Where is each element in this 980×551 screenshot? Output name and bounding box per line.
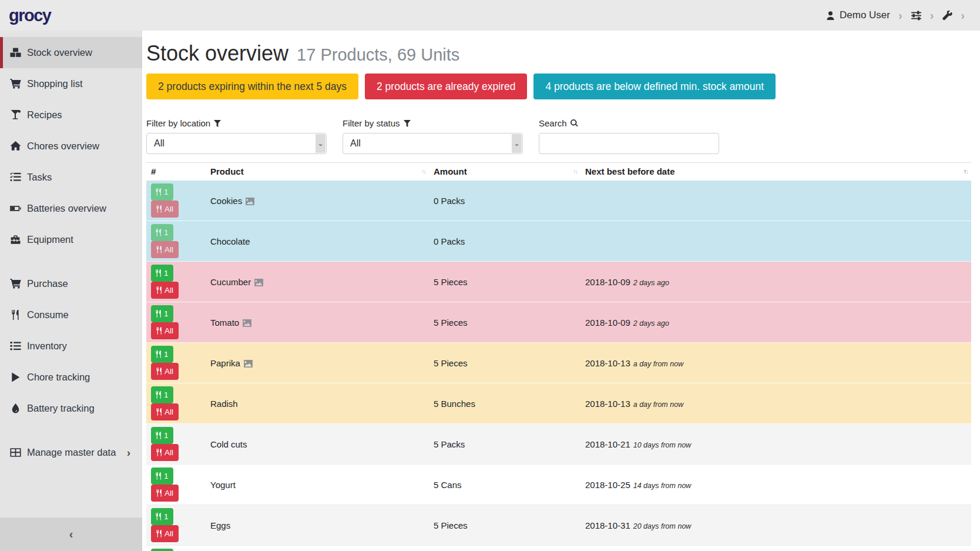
below-min-stock-alert-button[interactable]: 4 products are below defined min. stock … bbox=[533, 74, 776, 99]
table-row: 1 All Yogurt 5 Cans 2018-10-2514 days fr… bbox=[146, 465, 971, 505]
product-name: Paprika bbox=[210, 358, 240, 368]
stock-table: # Product ↑↓ Amount ↑↓ Next best before … bbox=[146, 162, 971, 551]
utensils-icon bbox=[156, 269, 162, 277]
battery-icon bbox=[10, 203, 21, 213]
sidebar-item-recipes[interactable]: Recipes bbox=[0, 99, 142, 131]
chevron-right-icon: › bbox=[127, 446, 130, 459]
consume-one-button[interactable]: 1 bbox=[151, 386, 173, 403]
sidebar-item-tasks[interactable]: Tasks bbox=[0, 162, 142, 193]
product-name: Cookies bbox=[210, 196, 242, 206]
date-relative: 2 days ago bbox=[633, 279, 669, 287]
consume-one-button[interactable]: 1 bbox=[151, 508, 173, 525]
consume-one-button[interactable]: 1 bbox=[151, 224, 173, 241]
date-relative: a day from now bbox=[633, 400, 683, 409]
topbar-right: Demo User › › › bbox=[825, 9, 967, 21]
column-header-product[interactable]: Product ↑↓ bbox=[206, 163, 429, 181]
sort-icon: ↑↓ bbox=[573, 168, 577, 175]
product-image-icon bbox=[246, 198, 254, 205]
utensils-icon bbox=[156, 513, 162, 520]
consume-all-button[interactable]: All bbox=[151, 322, 179, 339]
main-content: Stock overview 17 Products, 69 Units 2 p… bbox=[142, 31, 980, 551]
sidebar-nav: Stock overview Shopping list Recipes Cho… bbox=[0, 31, 142, 468]
consume-all-button[interactable]: All bbox=[151, 525, 179, 542]
filters-row: Filter by location All ⌄ Filter by statu… bbox=[146, 118, 971, 154]
consume-all-button[interactable]: All bbox=[151, 444, 179, 461]
amount-value: 5 Pieces bbox=[434, 318, 468, 328]
consume-all-button[interactable]: All bbox=[151, 201, 179, 218]
consume-one-button[interactable]: 1 bbox=[151, 265, 173, 282]
product-name: Yogurt bbox=[210, 480, 236, 490]
home-icon bbox=[10, 141, 21, 151]
cocktail-glass-icon bbox=[10, 110, 21, 120]
consume-all-button[interactable]: All bbox=[151, 403, 179, 420]
sidebar-item-equipment[interactable]: Equipment bbox=[0, 224, 142, 255]
sidebar-item-chore-tracking[interactable]: Chore tracking bbox=[0, 362, 142, 393]
utensils-icon bbox=[156, 205, 162, 213]
user-icon bbox=[825, 11, 835, 21]
droplet-icon bbox=[10, 403, 21, 413]
date-relative: 14 days from now bbox=[633, 482, 692, 490]
column-header-amount[interactable]: Amount ↑↓ bbox=[429, 163, 580, 181]
amount-value: 0 Packs bbox=[434, 196, 465, 206]
expiring-alert-button[interactable]: 2 products expiring within the next 5 da… bbox=[146, 74, 358, 99]
search-label: Search bbox=[539, 118, 719, 128]
filter-status-select[interactable]: All ⌄ bbox=[343, 133, 523, 154]
table-row: 1 All Radish 5 Bunches 2018-10-13a day f… bbox=[146, 383, 971, 424]
utensils-icon bbox=[156, 408, 162, 416]
consume-one-button[interactable]: 1 bbox=[151, 183, 173, 201]
page-subtitle: 17 Products, 69 Units bbox=[297, 45, 459, 65]
column-header-number: # bbox=[146, 163, 206, 181]
best-before-date: 2018-10-13 bbox=[585, 399, 630, 409]
amount-value: 5 Pieces bbox=[434, 520, 468, 530]
sidebar-item-manage-master-data[interactable]: Manage master data › bbox=[0, 437, 142, 468]
shopping-cart-icon bbox=[10, 279, 21, 289]
sidebar-item-batteries-overview[interactable]: Batteries overview bbox=[0, 193, 142, 224]
consume-all-button[interactable]: All bbox=[151, 241, 179, 258]
utensils-icon bbox=[156, 350, 162, 358]
best-before-date: 2018-10-31 bbox=[585, 520, 630, 530]
column-header-best-before[interactable]: Next best before date ↑↓ bbox=[580, 163, 971, 181]
utensils-icon bbox=[156, 489, 162, 497]
sidebar-item-label: Manage master data bbox=[27, 447, 116, 458]
expired-alert-button[interactable]: 2 products are already expired bbox=[365, 74, 527, 99]
table-row: 1 All Eggs 5 Pieces 2018-10-3120 days fr… bbox=[146, 505, 971, 546]
consume-one-button[interactable]: 1 bbox=[151, 346, 173, 363]
filter-status-label: Filter by status bbox=[343, 118, 523, 128]
sidebar-item-purchase[interactable]: Purchase bbox=[0, 268, 142, 299]
sidebar-collapse-button[interactable]: ‹ bbox=[0, 517, 142, 551]
sidebar-item-stock-overview[interactable]: Stock overview bbox=[0, 37, 142, 68]
admin-menu[interactable] bbox=[942, 11, 952, 21]
consume-all-button[interactable]: All bbox=[151, 363, 179, 380]
consume-all-button[interactable]: All bbox=[151, 282, 179, 299]
settings-menu[interactable] bbox=[911, 11, 922, 21]
sidebar-item-label: Batteries overview bbox=[27, 203, 106, 214]
consume-one-button[interactable]: 1 bbox=[151, 305, 173, 322]
consume-one-button[interactable]: 1 bbox=[151, 467, 173, 485]
date-relative: a day from now bbox=[633, 360, 683, 368]
sidebar-item-label: Equipment bbox=[27, 234, 73, 245]
search-field: Search bbox=[539, 118, 719, 154]
product-name: Radish bbox=[210, 399, 238, 409]
consume-all-button[interactable]: All bbox=[151, 485, 179, 502]
consume-one-button[interactable]: 1 bbox=[151, 427, 173, 444]
filter-location-select[interactable]: All ⌄ bbox=[146, 133, 327, 154]
search-input[interactable] bbox=[539, 133, 719, 153]
sidebar-gap bbox=[0, 424, 142, 437]
table-row: 1 All Chocolate 0 Packs bbox=[146, 221, 971, 262]
alerts-row: 2 products expiring within the next 5 da… bbox=[146, 74, 971, 99]
utensils-icon bbox=[156, 530, 162, 537]
sidebar-item-chores-overview[interactable]: Chores overview bbox=[0, 131, 142, 162]
app-logo[interactable]: grocy bbox=[9, 6, 51, 25]
amount-value: 5 Bunches bbox=[434, 399, 475, 409]
sidebar-item-shopping-list[interactable]: Shopping list bbox=[0, 68, 142, 99]
consume-one-button[interactable]: 1 bbox=[151, 549, 173, 551]
shopping-cart-icon bbox=[10, 79, 21, 89]
list-icon bbox=[10, 341, 21, 351]
amount-value: 5 Pieces bbox=[434, 358, 468, 368]
date-relative: 10 days from now bbox=[633, 441, 692, 449]
sidebar-item-inventory[interactable]: Inventory bbox=[0, 330, 142, 362]
sidebar-item-battery-tracking[interactable]: Battery tracking bbox=[0, 393, 142, 424]
user-menu[interactable]: Demo User bbox=[825, 9, 890, 21]
table-row: 1 All Paprika 5 Pieces 2018-10-13a day f… bbox=[146, 343, 971, 383]
sidebar-item-consume[interactable]: Consume bbox=[0, 299, 142, 330]
